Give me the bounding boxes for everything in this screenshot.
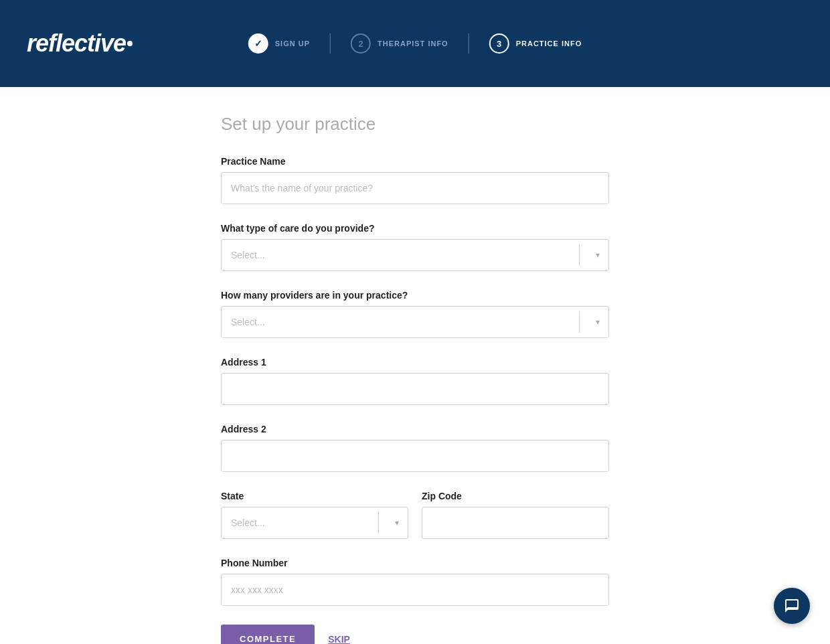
address2-label: Address 2 [221,424,609,434]
address2-group: Address 2 [221,424,609,472]
step-practice-circle: 3 [489,33,509,54]
state-select[interactable]: Select... [221,507,408,539]
step-therapist: 2 THERAPIST INFO [331,33,469,54]
zip-label: Zip Code [422,491,609,501]
care-type-group: What type of care do you provide? Select… [221,223,609,271]
state-col: State Select... ▾ [221,491,408,539]
step-practice-label: PRACTICE INFO [516,39,582,48]
logo-text: reflective [27,29,126,57]
checkmark-icon: ✓ [254,38,262,49]
address1-group: Address 1 [221,357,609,405]
select-divider-providers [579,311,580,333]
zip-col: Zip Code [422,491,609,539]
step-signup-circle: ✓ [248,33,268,54]
phone-input[interactable] [221,574,609,606]
step-practice-number: 3 [497,39,501,49]
step-signup-label: SIGN UP [275,39,310,48]
practice-name-group: Practice Name [221,156,609,204]
phone-group: Phone Number [221,558,609,606]
state-label: State [221,491,408,501]
providers-select-wrapper: Select... ▾ [221,306,609,338]
step-therapist-circle: 2 [351,33,371,54]
select-divider-care [579,244,580,266]
address1-input[interactable] [221,373,609,405]
address2-input[interactable] [221,440,609,472]
step-signup: ✓ SIGN UP [228,33,330,54]
care-type-select[interactable]: Select... [221,239,609,271]
header: reflective ✓ SIGN UP 2 THERAPIST INFO 3 … [0,0,830,87]
providers-label: How many providers are in your practice? [221,290,609,301]
step-therapist-number: 2 [358,39,363,49]
care-type-label: What type of care do you provide? [221,223,609,234]
main-content: Set up your practice Practice Name What … [0,87,830,644]
button-row: COMPLETE SKIP [221,625,609,644]
page-title: Set up your practice [221,114,609,135]
practice-name-input[interactable] [221,172,609,204]
complete-button[interactable]: COMPLETE [221,625,315,644]
state-zip-row: State Select... ▾ Zip Code [221,491,609,539]
logo-dot [127,41,133,46]
step-therapist-label: THERAPIST INFO [378,39,448,48]
form-container: Set up your practice Practice Name What … [208,114,622,644]
providers-select[interactable]: Select... [221,306,609,338]
logo: reflective [27,29,133,58]
chat-icon [784,598,800,614]
providers-group: How many providers are in your practice?… [221,290,609,338]
chat-button[interactable] [774,588,810,624]
skip-button[interactable]: SKIP [328,634,350,645]
zip-input[interactable] [422,507,609,539]
step-practice: 3 PRACTICE INFO [469,33,602,54]
address1-label: Address 1 [221,357,609,368]
state-select-wrapper: Select... ▾ [221,507,408,539]
state-zip-group: State Select... ▾ Zip Code [221,491,609,539]
steps-nav: ✓ SIGN UP 2 THERAPIST INFO 3 PRACTICE IN… [228,33,602,54]
select-divider-state [378,512,379,534]
care-type-select-wrapper: Select... ▾ [221,239,609,271]
phone-label: Phone Number [221,558,609,568]
practice-name-label: Practice Name [221,156,609,167]
